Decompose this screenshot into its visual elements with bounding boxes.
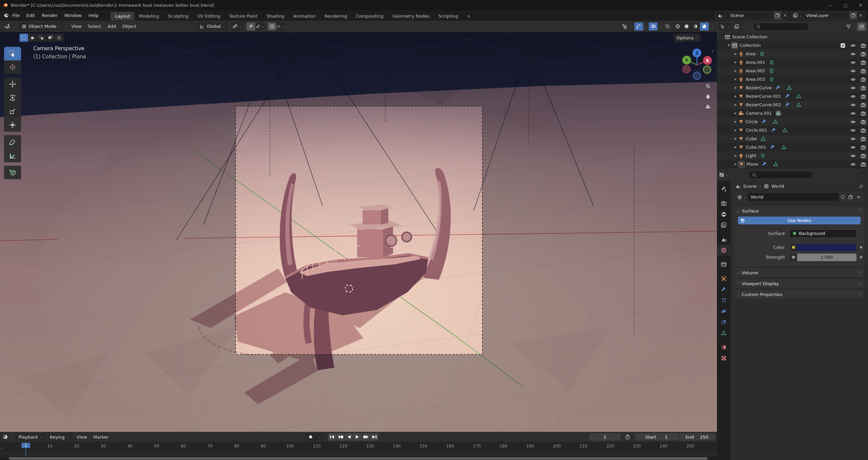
outliner-row[interactable]: ▶BezierCurve.001: [717, 92, 868, 100]
tab-scripting[interactable]: Scripting: [434, 12, 463, 20]
xray-toggle[interactable]: [663, 22, 672, 31]
properties-tab-tool[interactable]: [717, 184, 731, 195]
outliner-search-input[interactable]: [753, 23, 809, 31]
viewlayer-icon[interactable]: ⌄: [791, 12, 804, 20]
viewport-menu-view[interactable]: View: [68, 23, 85, 30]
panel-grip-icon[interactable]: ⠿: [859, 293, 862, 296]
mesh-data-icon[interactable]: [796, 93, 802, 99]
viewport-menu-select[interactable]: Select: [85, 23, 105, 30]
cursor-tool[interactable]: [4, 60, 21, 74]
strength-socket[interactable]: [790, 254, 797, 261]
hide-eye-icon[interactable]: [850, 136, 856, 142]
play-button[interactable]: [353, 433, 362, 441]
outliner-item-label[interactable]: Area.003: [746, 77, 765, 82]
snap-settings-dropdown[interactable]: ⌄: [255, 22, 264, 31]
hide-eye-icon[interactable]: [850, 68, 856, 74]
end-frame-field[interactable]: End250: [679, 433, 715, 441]
mode-dropdown[interactable]: Object Mode⌄: [19, 22, 63, 31]
disable-render-icon[interactable]: [861, 111, 866, 116]
menu-edit[interactable]: Edit: [23, 12, 38, 19]
disable-render-icon[interactable]: [861, 85, 866, 91]
wrench-icon[interactable]: [771, 127, 777, 133]
disable-render-icon[interactable]: [861, 94, 866, 99]
tab-uv-editing[interactable]: UV Editing: [193, 12, 225, 20]
light-data-icon[interactable]: [769, 68, 775, 74]
properties-tab-modifiers[interactable]: [717, 284, 731, 295]
viewlayer-name[interactable]: ViewLayer: [804, 13, 849, 18]
annotate-tool[interactable]: [4, 135, 21, 149]
outliner-item-label[interactable]: Area.002: [746, 68, 765, 73]
select-mode-tweak[interactable]: [19, 34, 28, 42]
transform-tool[interactable]: [4, 118, 21, 132]
menu-window[interactable]: Window: [61, 12, 85, 19]
close-button[interactable]: ✕: [853, 0, 868, 10]
play-back-button[interactable]: [345, 433, 353, 441]
disable-render-icon[interactable]: [861, 128, 866, 133]
tab-layout[interactable]: Layout: [111, 12, 134, 20]
strength-slider[interactable]: 1.000: [797, 254, 856, 261]
select-mode-lasso[interactable]: [46, 34, 55, 42]
show-overlays-toggle[interactable]: [649, 22, 658, 31]
camera-view-icon[interactable]: [705, 104, 711, 109]
panel-grip-icon[interactable]: ⠿: [859, 209, 862, 213]
current-frame-field[interactable]: 1: [589, 433, 621, 441]
strength-animate-dot[interactable]: [860, 256, 862, 258]
outliner-row[interactable]: ▶BezierCurve: [717, 84, 868, 92]
next-key-button[interactable]: [362, 433, 370, 441]
outliner-row[interactable]: ▶Area.003: [717, 75, 868, 84]
shading-solid-button[interactable]: [682, 22, 691, 31]
timeline-expand-icon[interactable]: ›: [1, 445, 2, 450]
disclosure-right-icon[interactable]: ▶: [733, 86, 738, 89]
outliner-item-label[interactable]: Circle: [746, 119, 758, 124]
wrench-icon[interactable]: [775, 85, 781, 91]
camera-data-icon[interactable]: [775, 110, 781, 116]
mesh-data-icon[interactable]: [772, 119, 778, 125]
color-socket[interactable]: [790, 244, 797, 251]
disclosure-right-icon[interactable]: ▶: [733, 103, 738, 106]
properties-options-dropdown[interactable]: ⌄: [859, 171, 866, 179]
outliner-filter-id-dropdown[interactable]: ⌄: [733, 23, 745, 31]
world-browse-dropdown[interactable]: ⌄: [736, 193, 748, 201]
viewport-menu-add[interactable]: Add: [105, 23, 119, 30]
disclosure-down-icon[interactable]: ▼: [726, 44, 731, 47]
hide-eye-icon[interactable]: [850, 153, 856, 159]
proportional-editing-toggle[interactable]: [267, 22, 276, 31]
wrench-icon[interactable]: [761, 119, 767, 125]
light-data-icon[interactable]: [769, 59, 775, 66]
playhead-line[interactable]: [25, 449, 26, 456]
disclosure-right-icon[interactable]: ▶: [733, 120, 738, 123]
wrench-icon[interactable]: [784, 102, 791, 108]
timeline-scrollbar[interactable]: [9, 457, 707, 460]
disable-render-icon[interactable]: [861, 51, 866, 57]
object-type-visibility-dropdown[interactable]: [620, 22, 629, 31]
light-data-icon[interactable]: [759, 51, 765, 57]
tab-geometry-nodes[interactable]: Geometry Nodes: [388, 12, 434, 20]
hide-eye-icon[interactable]: [850, 77, 856, 82]
properties-tab-view-layer[interactable]: [717, 220, 731, 231]
snap-toggle[interactable]: [246, 22, 255, 31]
outliner-item-label[interactable]: Area.001: [746, 60, 765, 65]
blender-menu-icon[interactable]: [3, 13, 9, 18]
menu-render[interactable]: Render: [38, 12, 61, 19]
menu-file[interactable]: File: [9, 12, 23, 19]
select-mode-box[interactable]: [28, 34, 37, 42]
properties-tab-physics[interactable]: [717, 306, 731, 317]
timeline-ruler[interactable]: 1020304050607080901001101201301401501601…: [0, 442, 717, 452]
jump-start-button[interactable]: [328, 433, 336, 441]
current-frame-badge[interactable]: 1: [21, 443, 30, 448]
outliner-row[interactable]: ▶Cube.001: [717, 143, 868, 151]
outliner-row[interactable]: ▼Collection: [717, 41, 868, 50]
world-name-field[interactable]: World: [748, 195, 839, 200]
color-swatch[interactable]: [797, 244, 856, 251]
panel-grip-icon[interactable]: ⠿: [859, 282, 862, 285]
outliner-filter-dropdown[interactable]: ⌄: [846, 24, 855, 29]
timeline-menu-playback[interactable]: Playback⌄: [16, 433, 45, 441]
properties-tab-world[interactable]: [717, 245, 731, 256]
scale-tool[interactable]: [4, 105, 21, 118]
measure-tool[interactable]: [4, 149, 21, 162]
disclosure-right-icon[interactable]: ▶: [733, 112, 738, 115]
outliner-item-label[interactable]: BezierCurve.001: [746, 94, 781, 99]
timeline-menu-marker[interactable]: Marker: [90, 434, 112, 441]
disable-render-icon[interactable]: [861, 153, 866, 159]
shading-material-button[interactable]: [691, 22, 700, 31]
